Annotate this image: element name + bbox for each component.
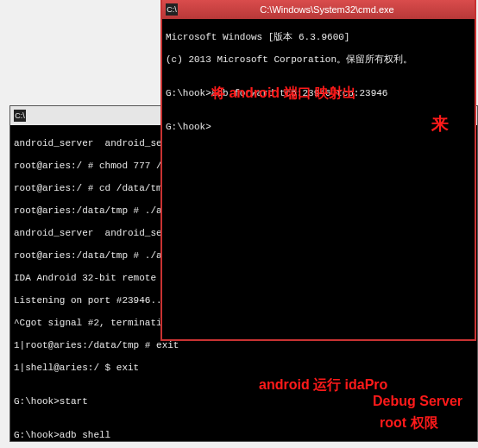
term-line: G:\hook>start <box>14 396 474 407</box>
term-line: 1|root@aries:/data/tmp # exit <box>14 340 474 351</box>
titlebar-front[interactable]: C:\ C:\Windows\System32\cmd.exe <box>162 0 475 19</box>
term-line: G:\hook>adb shell <box>14 430 474 441</box>
cmd-icon: C:\ <box>166 3 178 16</box>
terminal-front-body[interactable]: Microsoft Windows [版本 6.3.9600] (c) 2013… <box>162 19 475 339</box>
term-line: Microsoft Windows [版本 6.3.9600] <box>166 32 471 43</box>
term-line: G:\hook> <box>166 122 471 133</box>
term-line: 1|shell@aries:/ $ exit <box>14 363 474 374</box>
cmd-icon: C:\ <box>14 110 26 122</box>
titlebar-front-text: C:\Windows\System32\cmd.exe <box>183 4 471 15</box>
term-line: (c) 2013 Microsoft Corporation。保留所有权利。 <box>166 54 471 66</box>
terminal-front[interactable]: C:\ C:\Windows\System32\cmd.exe Microsof… <box>160 0 476 341</box>
term-line: G:\hook>adb forward tcp:23946 tcp:23946 <box>166 88 471 99</box>
